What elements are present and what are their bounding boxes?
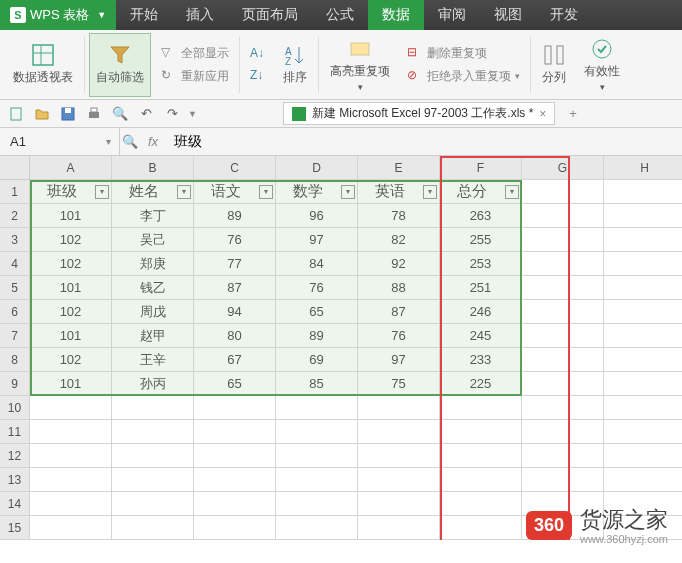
sort-asc-button[interactable]: A↓ — [246, 44, 270, 64]
col-header-E[interactable]: E — [358, 156, 440, 180]
cell-E5[interactable]: 88 — [358, 276, 440, 300]
cell-F4[interactable]: 253 — [440, 252, 522, 276]
cell-G9[interactable] — [522, 372, 604, 396]
cell-E2[interactable]: 78 — [358, 204, 440, 228]
cell-D5[interactable]: 76 — [276, 276, 358, 300]
cell-A5[interactable]: 101 — [30, 276, 112, 300]
col-header-H[interactable]: H — [604, 156, 682, 180]
filter-button-A[interactable]: ▾ — [95, 185, 109, 199]
cell-C2[interactable]: 89 — [194, 204, 276, 228]
reapply-button[interactable]: ↻重新应用 — [157, 66, 233, 87]
undo-button[interactable]: ↶ — [136, 104, 156, 124]
cell-C13[interactable] — [194, 468, 276, 492]
cell-G2[interactable] — [522, 204, 604, 228]
cell-A6[interactable]: 102 — [30, 300, 112, 324]
cell-B8[interactable]: 王辛 — [112, 348, 194, 372]
cell-G7[interactable] — [522, 324, 604, 348]
sort-button[interactable]: AZ 排序 — [276, 33, 314, 97]
cell-G8[interactable] — [522, 348, 604, 372]
cell-A1[interactable]: 班级▾ — [30, 180, 112, 204]
find-icon[interactable]: 🔍 — [120, 132, 140, 152]
cell-A4[interactable]: 102 — [30, 252, 112, 276]
cell-H10[interactable] — [604, 396, 682, 420]
cell-G4[interactable] — [522, 252, 604, 276]
cell-B7[interactable]: 赵甲 — [112, 324, 194, 348]
cell-E15[interactable] — [358, 516, 440, 540]
cell-E9[interactable]: 75 — [358, 372, 440, 396]
cell-E12[interactable] — [358, 444, 440, 468]
highlight-duplicates-button[interactable]: 高亮重复项▾ — [323, 33, 397, 97]
cell-C3[interactable]: 76 — [194, 228, 276, 252]
cell-D6[interactable]: 65 — [276, 300, 358, 324]
reject-duplicates-button[interactable]: ⊘拒绝录入重复项▾ — [403, 66, 524, 87]
cell-F10[interactable] — [440, 396, 522, 420]
cell-C7[interactable]: 80 — [194, 324, 276, 348]
row-header-2[interactable]: 2 — [0, 204, 30, 228]
col-header-B[interactable]: B — [112, 156, 194, 180]
menu-tab-0[interactable]: 开始 — [116, 0, 172, 30]
sort-desc-button[interactable]: Z↓ — [246, 66, 270, 86]
cell-D15[interactable] — [276, 516, 358, 540]
cell-D2[interactable]: 96 — [276, 204, 358, 228]
cell-E6[interactable]: 87 — [358, 300, 440, 324]
cell-F3[interactable]: 255 — [440, 228, 522, 252]
qat-dropdown-icon[interactable]: ▼ — [188, 109, 197, 119]
menu-tab-4[interactable]: 数据 — [368, 0, 424, 30]
row-header-7[interactable]: 7 — [0, 324, 30, 348]
print-preview-button[interactable]: 🔍 — [110, 104, 130, 124]
cell-G3[interactable] — [522, 228, 604, 252]
cell-A2[interactable]: 101 — [30, 204, 112, 228]
cell-G6[interactable] — [522, 300, 604, 324]
cell-A10[interactable] — [30, 396, 112, 420]
row-header-13[interactable]: 13 — [0, 468, 30, 492]
row-header-3[interactable]: 3 — [0, 228, 30, 252]
cell-C12[interactable] — [194, 444, 276, 468]
row-header-6[interactable]: 6 — [0, 300, 30, 324]
text-to-columns-button[interactable]: 分列 — [535, 33, 573, 97]
cell-F9[interactable]: 225 — [440, 372, 522, 396]
cell-H9[interactable] — [604, 372, 682, 396]
cell-D8[interactable]: 69 — [276, 348, 358, 372]
cell-D4[interactable]: 84 — [276, 252, 358, 276]
col-header-D[interactable]: D — [276, 156, 358, 180]
menu-tab-5[interactable]: 审阅 — [424, 0, 480, 30]
cell-G10[interactable] — [522, 396, 604, 420]
app-menu-dropdown-icon[interactable]: ▼ — [97, 10, 106, 20]
cell-D12[interactable] — [276, 444, 358, 468]
redo-button[interactable]: ↷ — [162, 104, 182, 124]
cell-C8[interactable]: 67 — [194, 348, 276, 372]
show-all-button[interactable]: ▽全部显示 — [157, 43, 233, 64]
cell-E1[interactable]: 英语▾ — [358, 180, 440, 204]
filter-button-D[interactable]: ▾ — [341, 185, 355, 199]
cell-C10[interactable] — [194, 396, 276, 420]
formula-input[interactable] — [166, 134, 466, 150]
cell-H2[interactable] — [604, 204, 682, 228]
cell-A8[interactable]: 102 — [30, 348, 112, 372]
row-header-9[interactable]: 9 — [0, 372, 30, 396]
cell-D7[interactable]: 89 — [276, 324, 358, 348]
cell-D14[interactable] — [276, 492, 358, 516]
cell-E3[interactable]: 82 — [358, 228, 440, 252]
cell-B14[interactable] — [112, 492, 194, 516]
cell-F1[interactable]: 总分▾ — [440, 180, 522, 204]
row-header-14[interactable]: 14 — [0, 492, 30, 516]
cell-B6[interactable]: 周戊 — [112, 300, 194, 324]
validation-button[interactable]: 有效性▾ — [577, 33, 627, 97]
cell-H7[interactable] — [604, 324, 682, 348]
cell-B1[interactable]: 姓名▾ — [112, 180, 194, 204]
cell-E8[interactable]: 97 — [358, 348, 440, 372]
menu-tab-6[interactable]: 视图 — [480, 0, 536, 30]
cell-G13[interactable] — [522, 468, 604, 492]
cell-F5[interactable]: 251 — [440, 276, 522, 300]
menu-tab-7[interactable]: 开发 — [536, 0, 592, 30]
close-tab-icon[interactable]: × — [539, 107, 546, 121]
cell-B9[interactable]: 孙丙 — [112, 372, 194, 396]
cell-B5[interactable]: 钱乙 — [112, 276, 194, 300]
cell-F14[interactable] — [440, 492, 522, 516]
cell-A13[interactable] — [30, 468, 112, 492]
cell-E10[interactable] — [358, 396, 440, 420]
cell-H12[interactable] — [604, 444, 682, 468]
cell-E4[interactable]: 92 — [358, 252, 440, 276]
menu-tab-3[interactable]: 公式 — [312, 0, 368, 30]
col-header-G[interactable]: G — [522, 156, 604, 180]
